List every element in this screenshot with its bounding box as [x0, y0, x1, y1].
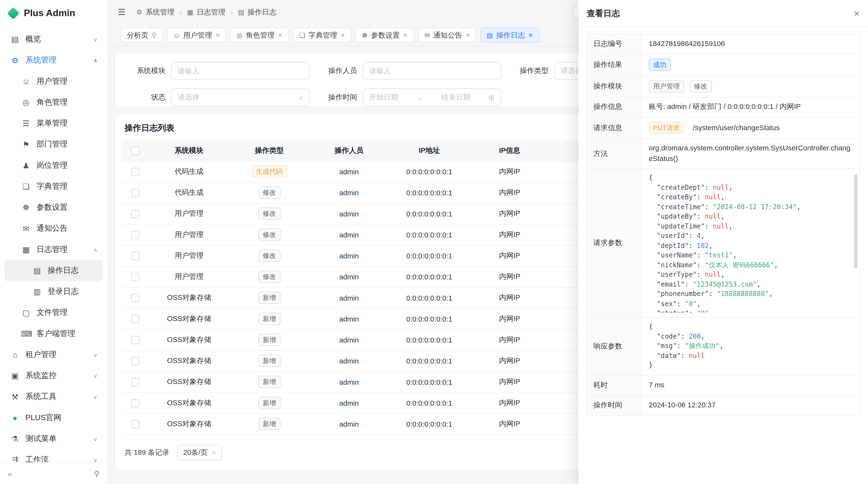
sidebar-item[interactable]: ◎ 角色管理	[4, 92, 103, 113]
sidebar-item[interactable]: ⚙ 系统管理 ∧	[4, 50, 103, 71]
breadcrumb-label: 日志管理	[197, 7, 225, 17]
close-icon[interactable]: ✕	[528, 32, 533, 38]
module-input-field[interactable]	[178, 67, 303, 75]
status-select[interactable]: 请选择 ∨	[171, 89, 309, 106]
detail-row: 操作信息 账号: admin / 研发部门 / 0:0:0:0:0:0:0:1 …	[587, 97, 860, 117]
system-icon: ⚙	[10, 56, 20, 65]
column-header: IP信息	[470, 140, 549, 161]
tab[interactable]: ❏ 字典管理 ✕	[293, 28, 351, 43]
dict-icon: ❏	[21, 182, 31, 191]
app-viewport: Plus Admin ▤ 概览 ∨ ⚙ 系统管理 ∧ ☺ 用户管理	[0, 0, 868, 484]
field-label: 方法	[587, 138, 642, 169]
pin-icon[interactable]: ⚲	[94, 469, 100, 478]
row-checkbox[interactable]	[131, 231, 139, 239]
row-checkbox[interactable]	[131, 420, 139, 428]
scrollbar-thumb[interactable]	[854, 174, 858, 268]
chevron-down-icon: ∨	[93, 36, 97, 42]
cell-operator: admin	[309, 287, 389, 308]
sidebar-item[interactable]: ⇶ 工作流 ∨	[4, 449, 103, 462]
sidebar-item[interactable]: ☰ 菜单管理	[4, 113, 103, 134]
sidebar-item[interactable]: ♟ 岗位管理	[4, 155, 103, 176]
sidebar-item[interactable]: ● PLUS官网	[4, 407, 103, 428]
cell-operator: admin	[309, 182, 389, 203]
sidebar-item[interactable]: ⌂ 租户管理 ∨	[4, 344, 103, 365]
daterange-picker[interactable]: 开始日期 → 结束日期 ⊞	[363, 89, 501, 106]
tools-icon: ⚒	[10, 392, 20, 401]
tab[interactable]: ▤ 操作日志 ✕	[480, 28, 539, 43]
pin-icon[interactable]: ⚲	[152, 31, 156, 39]
cell-ip: 0:0:0:0:0:0:0:1	[389, 266, 470, 287]
operator-input[interactable]	[363, 62, 501, 79]
field-label: 响应参数	[587, 318, 642, 376]
close-icon[interactable]: ✕	[465, 32, 470, 38]
breadcrumb-item[interactable]: ▤ 操作日志	[238, 7, 276, 17]
detail-row: 请求信息 PUT请求 /system/user/changeStatus	[587, 117, 860, 138]
close-icon[interactable]: ✕	[340, 32, 345, 38]
cell-operator: admin	[309, 224, 389, 245]
close-icon[interactable]: ✕	[403, 32, 408, 38]
sidebar-item[interactable]: ▢ 文件管理	[4, 302, 103, 323]
row-checkbox[interactable]	[131, 168, 139, 176]
sidebar-item[interactable]: ⌨ 客户端管理	[4, 323, 103, 344]
row-checkbox[interactable]	[131, 378, 139, 386]
module-input[interactable]	[171, 62, 309, 79]
cell-operator: admin	[309, 245, 389, 266]
sidebar-item[interactable]: ▤ 概览 ∨	[4, 29, 103, 50]
sidebar-item[interactable]: ☺ 用户管理	[4, 71, 103, 92]
sidebar-item[interactable]: ⚒ 系统工具 ∨	[4, 386, 103, 407]
sidebar-item[interactable]: ▦ 日志管理 ∧	[4, 239, 103, 260]
row-checkbox[interactable]	[131, 357, 139, 365]
sidebar-item[interactable]: ✉ 通知公告	[4, 218, 103, 239]
user-icon: ☺	[21, 77, 31, 86]
tab[interactable]: ✉ 通知公告 ✕	[418, 28, 476, 43]
row-checkbox[interactable]	[131, 189, 139, 197]
request-url: /system/user/changeStatus	[693, 123, 780, 131]
operator-input-field[interactable]	[369, 67, 494, 75]
row-checkbox[interactable]	[131, 315, 139, 323]
sidebar-item[interactable]: ▣ 系统监控 ∨	[4, 365, 103, 386]
row-checkbox[interactable]	[131, 294, 139, 302]
breadcrumb-item[interactable]: ⚙ 系统管理	[136, 7, 175, 17]
filter-label: 操作时间	[314, 92, 357, 102]
sidebar-item-label: 用户管理	[37, 76, 68, 86]
dict-icon: ❏	[299, 31, 305, 39]
sidebar-item[interactable]: ▥ 登录日志	[4, 281, 103, 302]
close-icon[interactable]: ✕	[278, 32, 282, 38]
test-icon: ⚗	[10, 434, 20, 443]
filter-time: 操作时间 开始日期 → 结束日期 ⊞	[314, 89, 501, 106]
cell-operator: admin	[309, 266, 389, 287]
sidebar-item[interactable]: ☸ 参数设置	[4, 197, 103, 218]
row-checkbox[interactable]	[131, 252, 139, 260]
sidebar-item[interactable]: ❏ 字典管理	[4, 176, 103, 197]
row-checkbox[interactable]	[131, 399, 139, 407]
row-checkbox[interactable]	[131, 210, 139, 218]
collapse-icon[interactable]: «	[8, 469, 12, 478]
sidebar-item-label: 测试菜单	[26, 434, 57, 444]
notice-icon: ✉	[424, 31, 430, 39]
cell-ip-info: 内网IP	[470, 224, 549, 245]
cell-ip-info: 内网IP	[470, 329, 549, 350]
tenant-icon: ⌂	[10, 350, 20, 359]
column-header: 系统模块	[149, 140, 229, 161]
close-icon[interactable]: ✕	[854, 9, 860, 18]
sidebar-item[interactable]: ⚗ 测试菜单 ∨	[4, 428, 103, 449]
page-size-value: 20条/页	[183, 447, 208, 457]
tab[interactable]: ◎ 角色管理 ✕	[230, 28, 289, 43]
oplog-icon: ▤	[32, 266, 42, 275]
breadcrumb-label: 系统管理	[146, 7, 174, 17]
tab[interactable]: ☸ 参数设置 ✕	[355, 28, 414, 43]
sidebar-item[interactable]: ▤ 操作日志	[4, 260, 103, 281]
page-size-select[interactable]: 20条/页 ∨	[177, 445, 222, 460]
sidebar-item[interactable]: ⚑ 部门管理	[4, 134, 103, 155]
hamburger-icon[interactable]: ☰	[118, 7, 125, 17]
breadcrumb-item[interactable]: ▦ 日志管理	[187, 7, 225, 17]
tab-label: 角色管理	[246, 30, 274, 40]
row-checkbox[interactable]	[131, 273, 139, 281]
cell-ip: 0:0:0:0:0:0:0:1	[389, 287, 470, 308]
tab[interactable]: ☺ 用户管理 ✕	[167, 28, 226, 43]
select-all-checkbox[interactable]	[131, 147, 139, 155]
row-checkbox[interactable]	[131, 336, 139, 344]
close-icon[interactable]: ✕	[215, 32, 220, 38]
tab[interactable]: 分析页 ⚲	[121, 28, 163, 43]
request-params-code[interactable]: { "createDept": null, "createBy": null, …	[649, 173, 853, 313]
